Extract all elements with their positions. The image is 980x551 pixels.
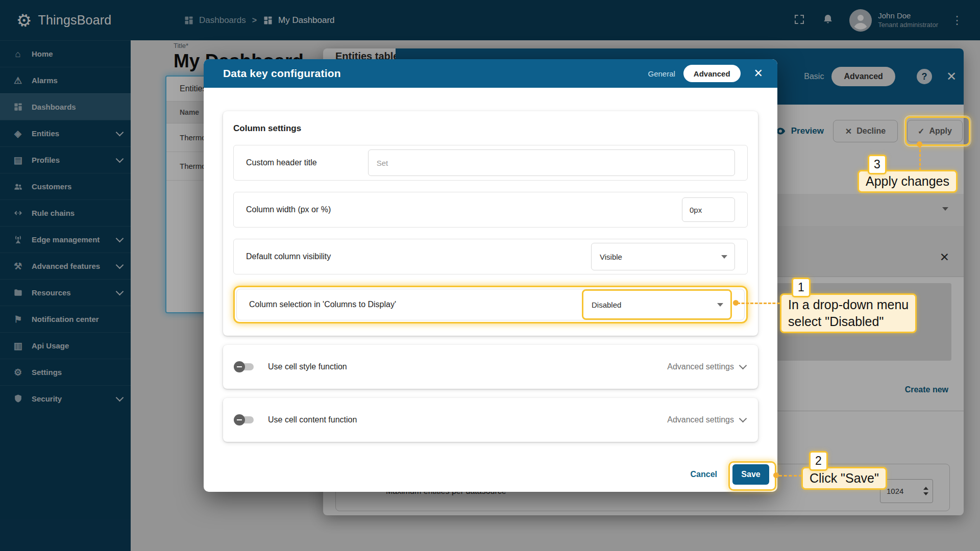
cell-style-function-card: Use cell style function Advanced setting… xyxy=(223,345,758,389)
column-width-row: Column width (px or %) xyxy=(233,192,748,228)
cancel-button[interactable]: Cancel xyxy=(691,470,717,479)
toggle-label: Use cell style function xyxy=(268,362,347,371)
connector-dot xyxy=(917,141,922,147)
column-visibility-select[interactable]: Visible xyxy=(591,243,735,270)
chevron-down-icon xyxy=(739,415,747,423)
select-value: Visible xyxy=(600,253,622,261)
callout-line: In a drop-down menu xyxy=(788,296,909,313)
connector-line xyxy=(919,145,921,170)
select-value: Disabled xyxy=(592,300,621,309)
column-settings-card: Column settings Custom header title Colu… xyxy=(223,111,758,336)
modal-header: Data key configuration General Advanced … xyxy=(204,59,777,88)
field-label: Default column visibility xyxy=(246,252,331,261)
tab-advanced[interactable]: Advanced xyxy=(683,65,741,82)
column-selection-row: Column selection in 'Columns to Display'… xyxy=(236,289,745,320)
modal-header-tabs: General Advanced ✕ xyxy=(648,65,763,82)
close-icon[interactable]: ✕ xyxy=(754,68,763,79)
default-column-visibility-row: Default column visibility Visible xyxy=(233,239,748,274)
custom-header-title-input[interactable] xyxy=(368,149,735,176)
step-1-callout: In a drop-down menu select "Disabled" xyxy=(780,293,917,333)
connector-dot xyxy=(733,300,739,306)
advanced-settings-expander[interactable]: Advanced settings xyxy=(667,415,746,424)
step-1-badge: 1 xyxy=(792,278,811,297)
cell-content-toggle[interactable] xyxy=(235,416,254,423)
thingsboard-app: ⚙ ThingsBoard ⌂ Home ⚠ Alarms Dashboards… xyxy=(0,0,980,551)
modal-title: Data key configuration xyxy=(223,67,341,80)
field-label: Custom header title xyxy=(246,158,317,167)
save-highlight-ring xyxy=(728,461,776,491)
field-label: Column width (px or %) xyxy=(246,205,331,214)
data-key-configuration-modal: Data key configuration General Advanced … xyxy=(204,59,777,492)
connector-dot xyxy=(773,472,779,478)
connector-line xyxy=(737,303,780,304)
connector-line xyxy=(779,475,802,477)
section-title: Column settings xyxy=(233,123,748,134)
highlighted-row-outline: Column selection in 'Columns to Display'… xyxy=(233,286,748,323)
step-3-badge: 3 xyxy=(868,155,887,174)
cell-content-function-card: Use cell content function Advanced setti… xyxy=(223,398,758,442)
advanced-settings-expander[interactable]: Advanced settings xyxy=(667,362,746,371)
toggle-label: Use cell content function xyxy=(268,415,357,424)
toggle-knob-icon xyxy=(234,361,245,372)
field-label: Column selection in 'Columns to Display' xyxy=(249,300,396,309)
cell-style-toggle[interactable] xyxy=(235,363,254,370)
step-2-badge: 2 xyxy=(809,451,828,471)
column-selection-select[interactable]: Disabled xyxy=(582,289,732,320)
chevron-down-icon xyxy=(739,362,747,370)
callout-line: select "Disabled" xyxy=(788,313,909,330)
advanced-settings-label: Advanced settings xyxy=(667,362,734,371)
advanced-settings-label: Advanced settings xyxy=(667,415,734,424)
custom-header-title-row: Custom header title xyxy=(233,145,748,181)
toggle-knob-icon xyxy=(234,414,245,425)
column-width-input[interactable] xyxy=(682,197,735,222)
modal-body: Column settings Custom header title Colu… xyxy=(204,88,777,442)
dropdown-caret-icon xyxy=(717,303,723,307)
dropdown-caret-icon xyxy=(721,255,727,259)
tab-general[interactable]: General xyxy=(648,69,675,78)
apply-highlight-ring xyxy=(905,116,970,146)
